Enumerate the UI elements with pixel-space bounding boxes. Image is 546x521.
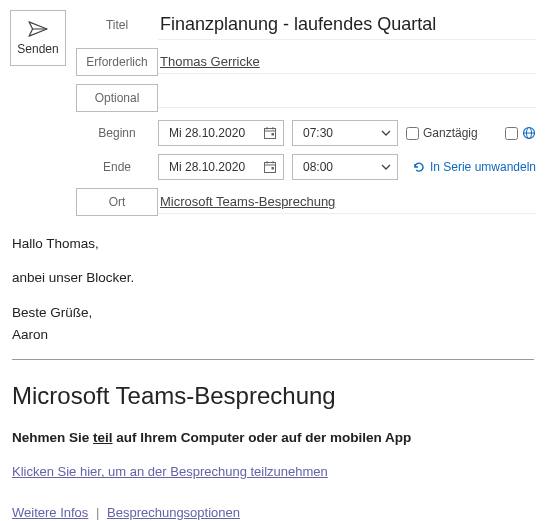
separator: |	[96, 505, 99, 520]
compose-header: Senden Titel Erforderlich Thomas Gerrick…	[0, 0, 546, 216]
teams-subheading: Nehmen Sie teil auf Ihrem Computer oder …	[12, 428, 534, 448]
body-greeting: Hallo Thomas,	[12, 234, 534, 254]
fields-grid: Titel Erforderlich Thomas Gerricke Optio…	[76, 10, 536, 216]
chevron-down-icon	[381, 130, 391, 136]
allday-label: Ganztägig	[423, 126, 478, 140]
svg-rect-5	[272, 133, 275, 136]
message-body[interactable]: Hallo Thomas, anbei unser Blocker. Beste…	[0, 216, 546, 521]
teams-footer: Weitere Infos | Besprechungsoptionen	[12, 503, 534, 522]
teams-options-link[interactable]: Besprechungsoptionen	[107, 505, 240, 520]
optional-recipients[interactable]	[158, 88, 536, 108]
begin-row: Mi 28.10.2020 07:30 Ganztägig	[158, 120, 536, 146]
send-icon	[27, 20, 49, 38]
allday-checkbox[interactable]: Ganztägig	[406, 126, 478, 140]
end-row: Mi 28.10.2020 08:00	[158, 154, 536, 180]
teams-sub-underline: teil	[93, 430, 113, 445]
teams-join-link[interactable]: Klicken Sie hier, um an der Besprechung …	[12, 464, 328, 479]
allday-input[interactable]	[406, 127, 419, 140]
location-input[interactable]: Microsoft Teams-Besprechung	[158, 190, 536, 214]
timezone-input[interactable]	[505, 127, 518, 140]
send-label: Senden	[17, 42, 58, 56]
recurrence-icon	[412, 160, 426, 174]
calendar-icon	[263, 160, 277, 174]
label-title: Titel	[76, 18, 158, 32]
location-button[interactable]: Ort	[76, 188, 158, 216]
title-input[interactable]	[158, 10, 536, 40]
teams-sub-prefix: Nehmen Sie	[12, 430, 93, 445]
end-time-value: 08:00	[303, 160, 333, 174]
send-button[interactable]: Senden	[10, 10, 66, 66]
timezone-checkbox[interactable]	[505, 126, 536, 140]
recurrence-link[interactable]: In Serie umwandeln	[412, 160, 536, 174]
teams-sub-suffix: auf Ihrem Computer oder auf der mobilen …	[113, 430, 412, 445]
label-end: Ende	[76, 160, 158, 174]
required-recipients[interactable]: Thomas Gerricke	[158, 50, 536, 74]
body-closing: Beste Grüße,	[12, 303, 534, 323]
recurrence-label: In Serie umwandeln	[430, 160, 536, 174]
begin-time-value: 07:30	[303, 126, 333, 140]
svg-rect-13	[272, 167, 275, 170]
end-time-picker[interactable]: 08:00	[292, 154, 398, 180]
globe-icon	[522, 126, 536, 140]
divider	[12, 359, 534, 360]
teams-more-info-link[interactable]: Weitere Infos	[12, 505, 88, 520]
optional-button[interactable]: Optional	[76, 84, 158, 112]
begin-date-picker[interactable]: Mi 28.10.2020	[158, 120, 284, 146]
required-button[interactable]: Erforderlich	[76, 48, 158, 76]
begin-date-value: Mi 28.10.2020	[169, 126, 245, 140]
end-date-picker[interactable]: Mi 28.10.2020	[158, 154, 284, 180]
label-begin: Beginn	[76, 126, 158, 140]
end-date-value: Mi 28.10.2020	[169, 160, 245, 174]
calendar-icon	[263, 126, 277, 140]
teams-heading: Microsoft Teams-Besprechung	[12, 378, 534, 414]
chevron-down-icon	[381, 164, 391, 170]
body-line1: anbei unser Blocker.	[12, 268, 534, 288]
body-signature: Aaron	[12, 325, 534, 345]
begin-time-picker[interactable]: 07:30	[292, 120, 398, 146]
